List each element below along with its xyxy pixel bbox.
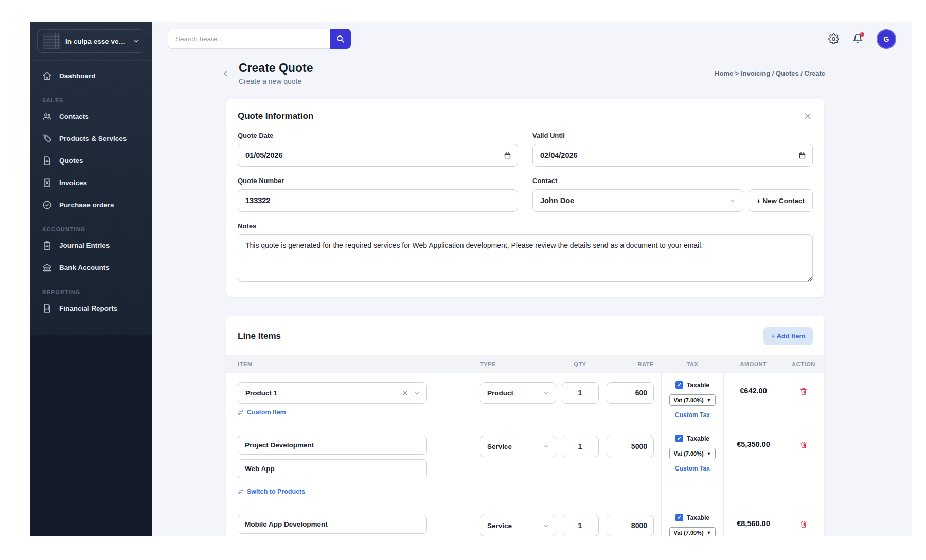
sidebar-item-label: Contacts bbox=[59, 113, 89, 120]
swap-icon bbox=[238, 489, 244, 495]
checkbox-checked-icon[interactable]: ✓ bbox=[675, 435, 683, 442]
sidebar-filler bbox=[30, 335, 152, 536]
column-header-type: TYPE bbox=[471, 355, 556, 373]
avatar[interactable]: G bbox=[877, 29, 896, 49]
trash-icon bbox=[799, 387, 808, 395]
topbar-actions: G bbox=[828, 29, 896, 49]
taxable-checkbox-row[interactable]: ✓ Taxable bbox=[675, 514, 709, 521]
quote-number-field[interactable] bbox=[238, 189, 518, 212]
vat-select[interactable]: Vat (7.00%) ▼ bbox=[669, 527, 715, 536]
item-name-input[interactable] bbox=[238, 515, 427, 534]
sidebar-item-label: Quotes bbox=[59, 157, 83, 165]
reports-icon bbox=[42, 303, 52, 313]
column-header-rate: RATE bbox=[604, 355, 661, 373]
company-selector[interactable]: In culpa esse ven... bbox=[37, 29, 145, 53]
type-selected-value: Service bbox=[487, 522, 543, 530]
rate-input[interactable] bbox=[607, 515, 654, 536]
chevron-down-icon bbox=[414, 390, 420, 396]
breadcrumb[interactable]: Home > Invoicing / Quotes / Create bbox=[715, 69, 825, 77]
delete-row-button[interactable] bbox=[798, 440, 809, 450]
custom-tax-link[interactable]: Custom Tax bbox=[675, 465, 710, 472]
back-button[interactable] bbox=[219, 67, 232, 80]
type-select[interactable]: Service bbox=[480, 436, 556, 457]
search-button[interactable] bbox=[330, 29, 351, 49]
sidebar-item-dashboard[interactable]: Dashboard bbox=[37, 65, 145, 87]
vat-selected-value: Vat (7.00%) bbox=[673, 450, 703, 457]
sidebar-item-contacts[interactable]: Contacts bbox=[37, 105, 145, 128]
switch-to-products-link[interactable]: Switch to Products bbox=[238, 488, 305, 495]
taxable-label: Taxable bbox=[687, 514, 709, 521]
sidebar-item-label: Journal Entries bbox=[59, 242, 110, 249]
close-icon bbox=[804, 112, 812, 120]
gear-icon bbox=[828, 33, 839, 44]
vat-select[interactable]: Vat (7.00%) ▼ bbox=[669, 448, 715, 459]
delete-row-button[interactable] bbox=[798, 519, 809, 529]
notes-field[interactable]: This quote is generated for the required… bbox=[238, 234, 813, 282]
column-header-action: ACTION bbox=[783, 355, 824, 373]
chevron-down-icon bbox=[543, 390, 549, 396]
delete-row-button[interactable] bbox=[798, 386, 809, 396]
company-logo bbox=[43, 33, 60, 49]
sidebar-item-label: Products & Services bbox=[59, 135, 127, 142]
vat-select[interactable]: Vat (7.00%) ▼ bbox=[669, 394, 715, 406]
valid-until-field[interactable] bbox=[532, 144, 813, 167]
settings-button[interactable] bbox=[828, 33, 839, 44]
item-select[interactable]: Product 1 bbox=[238, 382, 427, 404]
sidebar-section-reporting: REPORTING bbox=[42, 289, 140, 295]
search-icon bbox=[336, 34, 345, 43]
qty-input[interactable] bbox=[562, 382, 599, 404]
avatar-initial: G bbox=[884, 35, 889, 43]
notifications-button[interactable] bbox=[852, 33, 863, 44]
new-contact-button[interactable]: + New Contact bbox=[749, 189, 813, 212]
clear-icon[interactable] bbox=[402, 390, 408, 396]
line-items-card: Line Items + Add Item ITEM TYPE QTY RATE… bbox=[226, 316, 824, 536]
sidebar-item-products-services[interactable]: Products & Services bbox=[37, 128, 145, 150]
type-select[interactable]: Service bbox=[480, 515, 556, 536]
column-header-tax: TAX bbox=[661, 355, 724, 373]
taxable-checkbox-row[interactable]: ✓ Taxable bbox=[675, 381, 709, 389]
chevron-left-icon bbox=[221, 69, 229, 78]
calendar-icon[interactable] bbox=[504, 152, 511, 159]
checkbox-checked-icon[interactable]: ✓ bbox=[675, 514, 683, 521]
sidebar-item-purchase-orders[interactable]: Purchase orders bbox=[37, 194, 145, 216]
qty-input[interactable] bbox=[562, 436, 599, 457]
contacts-icon bbox=[42, 112, 52, 121]
type-select[interactable]: Product bbox=[480, 382, 556, 404]
sidebar-item-financial-reports[interactable]: Financial Reports bbox=[37, 297, 145, 319]
sidebar-item-journal-entries[interactable]: Journal Entries bbox=[37, 234, 145, 257]
app-window: In culpa esse ven... Dashboard SALES Con… bbox=[30, 22, 912, 536]
notification-dot bbox=[860, 32, 864, 37]
type-selected-value: Product bbox=[487, 389, 543, 397]
page-header: Create Quote Create a new quote Home > I… bbox=[219, 61, 825, 85]
close-card-button[interactable] bbox=[803, 111, 813, 121]
taxable-checkbox-row[interactable]: ✓ Taxable bbox=[675, 435, 709, 442]
search-input[interactable] bbox=[168, 29, 330, 49]
home-icon bbox=[42, 71, 52, 81]
sidebar-nav: In culpa esse ven... Dashboard SALES Con… bbox=[30, 22, 152, 335]
sidebar-item-quotes[interactable]: Quotes bbox=[37, 150, 145, 172]
item-description-input[interactable] bbox=[238, 459, 427, 478]
rate-input[interactable] bbox=[607, 382, 654, 404]
swap-icon bbox=[238, 409, 244, 416]
calendar-icon[interactable] bbox=[798, 152, 806, 159]
sidebar-item-bank-accounts[interactable]: Bank Accounts bbox=[37, 257, 145, 279]
custom-item-link[interactable]: Custom Item bbox=[238, 409, 286, 416]
custom-tax-link[interactable]: Custom Tax bbox=[675, 411, 710, 419]
add-item-button[interactable]: + Add Item bbox=[763, 327, 813, 345]
item-name-input[interactable] bbox=[238, 436, 427, 455]
rate-input[interactable] bbox=[607, 436, 654, 457]
notes-label: Notes bbox=[238, 222, 813, 230]
trash-icon bbox=[799, 441, 808, 449]
amount-value: €8,560.00 bbox=[724, 505, 783, 536]
quotes-icon bbox=[42, 156, 52, 166]
quote-date-field[interactable] bbox=[238, 144, 518, 167]
page-subtitle: Create a new quote bbox=[239, 77, 313, 85]
sidebar-item-label: Invoices bbox=[59, 179, 87, 187]
checkbox-checked-icon[interactable]: ✓ bbox=[675, 381, 683, 389]
topbar: G bbox=[152, 22, 912, 54]
sidebar-section-sales: SALES bbox=[42, 97, 140, 103]
contact-select[interactable]: John Doe bbox=[532, 189, 743, 212]
qty-input[interactable] bbox=[562, 515, 599, 536]
column-header-qty: QTY bbox=[556, 355, 604, 373]
sidebar-item-invoices[interactable]: Invoices bbox=[37, 172, 145, 194]
